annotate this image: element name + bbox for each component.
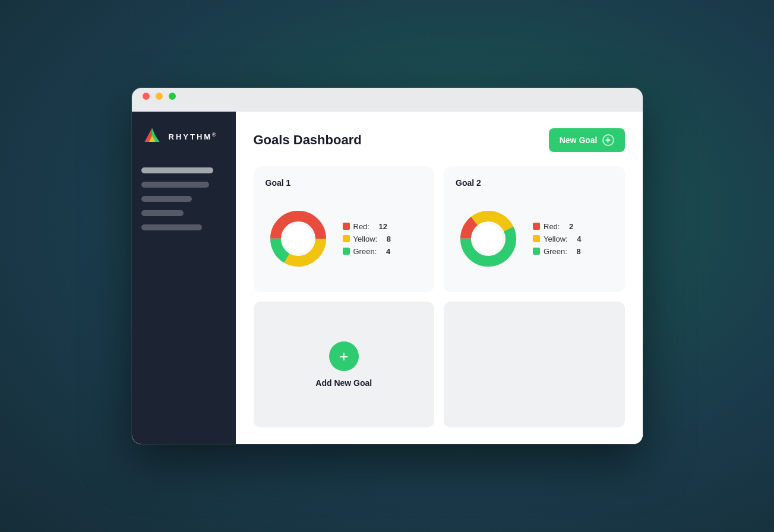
green-dot (343, 248, 350, 255)
goal-1-body: Red: 12 Yellow: 8 Green: 4 (266, 197, 423, 280)
sidebar-nav-item-3[interactable] (141, 196, 192, 202)
yellow-dot (343, 235, 350, 242)
goal-2-legend-red: Red: 2 (533, 222, 582, 231)
goal-1-title: Goal 1 (266, 178, 423, 188)
goal-2-body: Red: 2 Yellow: 4 Green: 8 (456, 197, 613, 280)
app-window: RHYTHM® Goals Dashboard New Goal + (132, 112, 643, 444)
sidebar-nav-item-4[interactable] (141, 210, 184, 216)
goal-2-title: Goal 2 (456, 178, 613, 188)
red-dot (343, 223, 350, 230)
sidebar: RHYTHM® (132, 112, 236, 444)
plus-icon: + (602, 134, 614, 146)
empty-card (444, 302, 625, 428)
yellow-dot-2 (533, 235, 540, 242)
goal-1-legend: Red: 12 Yellow: 8 Green: 4 (343, 222, 391, 256)
svg-point-4 (284, 224, 312, 253)
new-goal-button[interactable]: New Goal + (549, 128, 625, 152)
goal-2-legend-green: Green: 8 (533, 247, 582, 256)
goal-2-donut-chart (456, 206, 521, 271)
red-dot-2 (533, 223, 540, 230)
goal-card-2[interactable]: Goal 2 (444, 166, 625, 292)
green-dot-2 (533, 248, 540, 255)
goals-grid: Goal 1 (254, 166, 625, 428)
add-goal-plus-icon: + (329, 341, 359, 371)
goal-1-legend-yellow: Yellow: 8 (343, 235, 391, 243)
goal-1-legend-red: Red: 12 (343, 222, 391, 231)
goal-card-1[interactable]: Goal 1 (254, 166, 435, 292)
add-goal-label: Add New Goal (315, 378, 372, 388)
page-title: Goals Dashboard (254, 132, 362, 148)
svg-point-9 (474, 224, 503, 253)
sidebar-nav-item-5[interactable] (141, 224, 203, 230)
goal-2-legend: Red: 2 Yellow: 4 Green: 8 (533, 222, 582, 256)
goal-1-donut-chart (266, 206, 331, 271)
goal-1-legend-green: Green: 4 (343, 247, 391, 256)
add-goal-card[interactable]: + Add New Goal (254, 302, 435, 428)
main-content: Goals Dashboard New Goal + Goal 1 (236, 112, 643, 444)
logo-area: RHYTHM® (141, 124, 226, 150)
sidebar-nav-item-1[interactable] (141, 167, 214, 173)
logo-text: RHYTHM® (169, 132, 218, 141)
goal-2-legend-yellow: Yellow: 4 (533, 235, 582, 243)
screen-container: RHYTHM® Goals Dashboard New Goal + (132, 88, 643, 444)
page-header: Goals Dashboard New Goal + (254, 128, 625, 152)
rhythm-logo-icon (141, 126, 163, 147)
sidebar-nav-item-2[interactable] (141, 182, 209, 188)
